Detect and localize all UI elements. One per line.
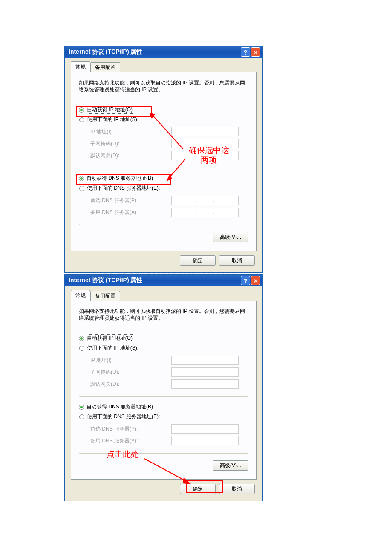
radio-manual-dns-label: 使用下面的 DNS 服务器地址(E): [87, 413, 160, 420]
radio-manual-ip[interactable]: 使用下面的 IP 地址(S): [79, 343, 244, 353]
titlebar[interactable]: Internet 协议 (TCP/IP) 属性 ? × [65, 275, 262, 286]
tcpip-dialog-1: Internet 协议 (TCP/IP) 属性 ? × 常规 备用配置 如果网络… [64, 46, 263, 273]
radio-auto-ip[interactable]: 自动获得 IP 地址(O) [79, 333, 248, 343]
close-icon[interactable]: × [251, 47, 260, 57]
tab-alternate[interactable]: 备用配置 [90, 291, 120, 301]
alt-dns-label: 备用 DNS 服务器(A): [90, 437, 171, 445]
ip-address-label: IP 地址(I): [90, 357, 171, 364]
ip-address-input: ... [171, 356, 239, 365]
advanced-button[interactable]: 高级(V)... [213, 460, 248, 471]
window-title: Internet 协议 (TCP/IP) 属性 [67, 277, 241, 284]
ip-address-label: IP 地址(I): [90, 128, 171, 136]
gateway-label: 默认网关(D): [90, 152, 171, 159]
help-icon[interactable]: ? [241, 47, 250, 57]
radio-icon [79, 346, 84, 351]
radio-icon [79, 117, 84, 122]
tab-general[interactable]: 常规 [71, 61, 90, 72]
radio-icon [79, 336, 84, 341]
radio-manual-ip-label: 使用下面的 IP 地址(S): [87, 344, 138, 352]
alt-dns-input: ... [171, 436, 239, 445]
gateway-input: ... [171, 379, 239, 389]
pref-dns-input: ... [171, 196, 239, 205]
cancel-button[interactable]: 取消 [219, 255, 255, 266]
ip-address-input: ... [171, 127, 239, 136]
pref-dns-label: 首选 DNS 服务器(P): [90, 197, 171, 204]
subnet-input: ... [171, 139, 239, 148]
gateway-input: ... [171, 151, 239, 160]
radio-auto-ip[interactable]: 自动获得 IP 地址(O) [79, 105, 248, 115]
alt-dns-input: ... [171, 208, 239, 217]
ok-button[interactable]: 确定 [180, 484, 216, 494]
subnet-label: 子网掩码(U): [90, 369, 171, 376]
radio-manual-dns-label: 使用下面的 DNS 服务器地址(E): [87, 185, 160, 192]
radio-icon [79, 414, 84, 419]
radio-auto-ip-label: 自动获得 IP 地址(O) [86, 106, 133, 113]
info-text: 如果网络支持此功能，则可以获取自动指派的 IP 设置。否则，您需要从网络系统管理… [79, 308, 248, 321]
alt-dns-label: 备用 DNS 服务器(A): [90, 209, 171, 216]
radio-auto-dns[interactable]: 自动获得 DNS 服务器地址(B) [79, 402, 248, 412]
pref-dns-label: 首选 DNS 服务器(P): [90, 425, 171, 433]
radio-manual-dns[interactable]: 使用下面的 DNS 服务器地址(E): [79, 183, 244, 193]
radio-manual-ip-label: 使用下面的 IP 地址(S): [87, 116, 138, 123]
advanced-button[interactable]: 高级(V)... [213, 232, 248, 242]
radio-icon [79, 405, 84, 410]
info-text: 如果网络支持此功能，则可以获取自动指派的 IP 设置。否则，您需要从网络系统管理… [79, 79, 248, 93]
radio-icon [79, 107, 84, 113]
ok-button[interactable]: 确定 [180, 255, 216, 266]
subnet-input: ... [171, 367, 239, 377]
radio-manual-dns[interactable]: 使用下面的 DNS 服务器地址(E): [79, 412, 244, 422]
radio-icon [79, 186, 84, 191]
pref-dns-input: ... [171, 424, 239, 434]
cancel-button[interactable]: 取消 [219, 484, 255, 494]
titlebar[interactable]: Internet 协议 (TCP/IP) 属性 ? × [65, 46, 262, 58]
window-title: Internet 协议 (TCP/IP) 属性 [67, 48, 241, 56]
close-icon[interactable]: × [251, 276, 260, 285]
radio-auto-dns-label: 自动获得 DNS 服务器地址(B) [86, 403, 153, 410]
radio-icon [79, 176, 84, 181]
tcpip-dialog-2: Internet 协议 (TCP/IP) 属性 ? × 常规 备用配置 如果网络… [64, 274, 263, 501]
gateway-label: 默认网关(D): [90, 381, 171, 388]
radio-auto-dns[interactable]: 自动获得 DNS 服务器地址(B) [79, 173, 248, 183]
tab-alternate[interactable]: 备用配置 [90, 62, 120, 72]
radio-manual-ip[interactable]: 使用下面的 IP 地址(S): [79, 115, 244, 124]
radio-auto-dns-label: 自动获得 DNS 服务器地址(B) [86, 175, 153, 182]
help-icon[interactable]: ? [241, 276, 250, 285]
radio-auto-ip-label: 自动获得 IP 地址(O) [86, 335, 133, 342]
tab-general[interactable]: 常规 [71, 290, 90, 301]
subnet-label: 子网掩码(U): [90, 140, 171, 147]
